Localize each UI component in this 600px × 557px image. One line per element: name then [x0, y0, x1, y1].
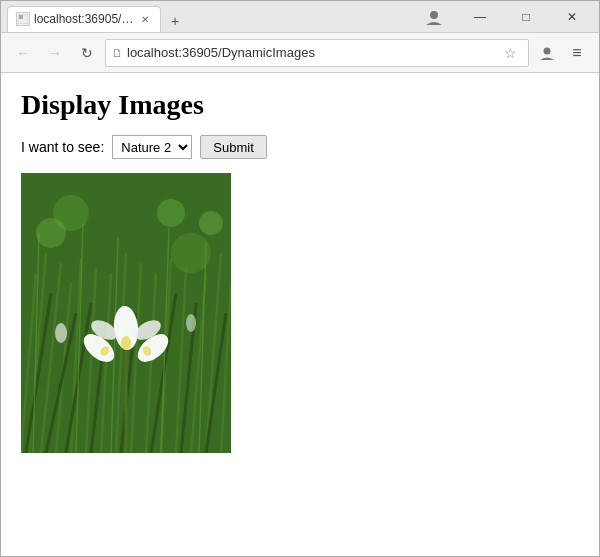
profile-icon[interactable]: [425, 8, 443, 26]
back-button[interactable]: ←: [9, 39, 37, 67]
tab-title: localhost:36905/Dynami: [34, 12, 134, 26]
svg-rect-1: [19, 15, 23, 19]
new-tab-button[interactable]: +: [163, 10, 187, 32]
tab-close-button[interactable]: ✕: [138, 12, 152, 26]
close-button[interactable]: ✕: [549, 1, 595, 33]
maximize-button[interactable]: □: [503, 1, 549, 33]
svg-point-39: [121, 336, 131, 350]
window-controls: — □ ✕: [419, 1, 599, 33]
submit-button[interactable]: Submit: [200, 135, 266, 159]
svg-point-2: [430, 11, 438, 19]
tab-favicon: [16, 12, 30, 26]
page-content: Display Images I want to see: Nature 1 N…: [1, 73, 599, 556]
svg-point-44: [199, 211, 223, 235]
bookmark-button[interactable]: ☆: [498, 41, 522, 65]
active-tab[interactable]: localhost:36905/Dynami ✕: [7, 6, 161, 32]
svg-point-48: [186, 314, 196, 332]
svg-point-3: [544, 47, 551, 54]
svg-point-45: [53, 195, 89, 231]
address-page-icon: 🗋: [112, 47, 123, 59]
minimize-button[interactable]: —: [457, 1, 503, 33]
category-select[interactable]: Nature 1 Nature 2 Nature 3: [112, 135, 192, 159]
svg-point-46: [157, 199, 185, 227]
browser-toolbar: ← → ↻ 🗋 ☆ ≡: [1, 33, 599, 73]
menu-button[interactable]: ≡: [563, 39, 591, 67]
form-label: I want to see:: [21, 139, 104, 155]
title-bar: localhost:36905/Dynami ✕ + — □ ✕: [1, 1, 599, 33]
browser-window: localhost:36905/Dynami ✕ + — □ ✕ ← → ↻: [0, 0, 600, 557]
profile-toolbar-button[interactable]: [533, 39, 561, 67]
forward-button[interactable]: →: [41, 39, 69, 67]
reload-button[interactable]: ↻: [73, 39, 101, 67]
flower-svg: [21, 173, 231, 453]
svg-point-43: [171, 233, 211, 273]
nature-image: [21, 173, 231, 453]
toolbar-right-buttons: ≡: [533, 39, 591, 67]
address-input[interactable]: [127, 45, 494, 60]
page-title: Display Images: [21, 89, 579, 121]
svg-point-47: [55, 323, 67, 343]
user-icon: [539, 45, 555, 61]
form-row: I want to see: Nature 1 Nature 2 Nature …: [21, 135, 579, 159]
title-bar-content: localhost:36905/Dynami ✕ +: [7, 2, 419, 32]
address-bar-container: 🗋 ☆: [105, 39, 529, 67]
tab-area: localhost:36905/Dynami ✕ +: [7, 2, 187, 32]
